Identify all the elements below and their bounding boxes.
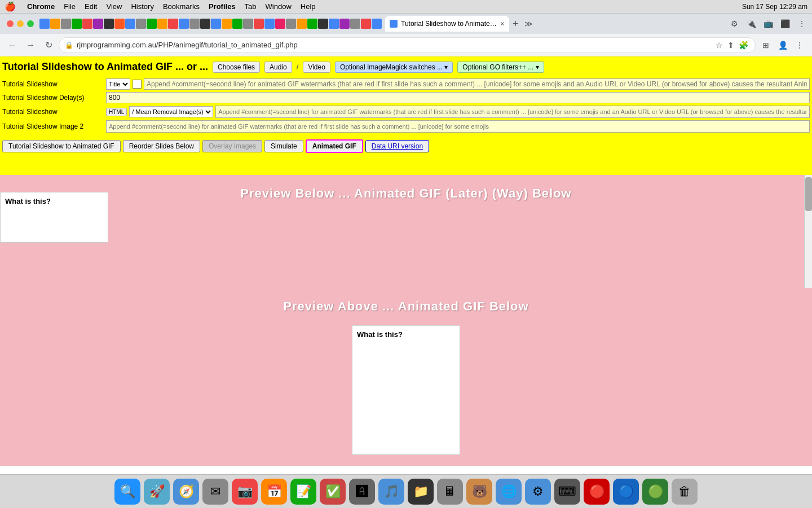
tab-title: Tutorial Slideshow to Animated GIF ... — [401, 20, 497, 28]
tab-favicon-19[interactable] — [232, 19, 242, 29]
back-button[interactable]: ← — [5, 37, 20, 53]
delay-row: Tutorial Slideshow Delay(s) — [2, 92, 810, 103]
tab-favicon-2[interactable] — [50, 19, 60, 29]
menu-profiles[interactable]: Profiles — [209, 2, 236, 11]
page-title: Tutorial Slideshow to Animated GIF ... o… — [2, 61, 208, 73]
chrome-menu-icon[interactable]: ⋮ — [792, 37, 807, 53]
chrome-apps-icon[interactable]: ⬛ — [777, 16, 793, 32]
animated-gif-box: What is this? — [352, 325, 460, 455]
video-button[interactable]: Video — [303, 62, 330, 73]
go-filters-dropdown[interactable]: Optional GO filters++ ... ▾ — [457, 62, 544, 73]
tab-favicon-11[interactable] — [147, 19, 157, 29]
slideshow-to-gif-button[interactable]: Tutorial Slideshow to Animated GIF — [2, 140, 121, 152]
menu-file[interactable]: File — [64, 2, 76, 11]
delay-input[interactable] — [106, 92, 810, 103]
split-view-icon[interactable]: ⊞ — [758, 37, 774, 53]
tab-favicon-14[interactable] — [179, 19, 189, 29]
tab-favicon-27[interactable] — [318, 19, 328, 29]
tab-favicon-4[interactable] — [72, 19, 82, 29]
animated-gif-text: What is this? — [357, 330, 403, 339]
tab-favicon-18[interactable] — [222, 19, 232, 29]
apple-menu[interactable]: 🍎 — [5, 1, 16, 12]
imagemagick-dropdown[interactable]: Optional ImageMagick switches ... ▾ — [335, 62, 453, 73]
new-tab-button[interactable]: + — [510, 18, 521, 30]
tab-favicon-20[interactable] — [243, 19, 253, 29]
slideshow-input[interactable] — [144, 78, 810, 90]
reorder-slides-button[interactable]: Reorder Slides Below — [123, 140, 200, 152]
tab-favicon-32[interactable] — [372, 19, 382, 29]
slideshow-checkbox[interactable] — [133, 80, 142, 89]
profile-icon[interactable]: 👤 — [775, 37, 791, 53]
choose-files-button[interactable]: Choose files — [213, 62, 260, 73]
bookmark-star-icon[interactable]: ☆ — [714, 40, 724, 51]
scrollbar[interactable] — [804, 175, 812, 288]
menu-view[interactable]: View — [106, 2, 122, 11]
slideshow-select[interactable]: Title — [106, 78, 130, 90]
minimize-window-button[interactable] — [17, 20, 24, 27]
menu-history[interactable]: History — [131, 2, 153, 11]
preview-box-topleft: What is this? — [0, 192, 108, 243]
tab-favicon-active — [390, 20, 398, 28]
simulate-button[interactable]: Simulate — [264, 140, 303, 152]
menu-window[interactable]: Window — [266, 2, 292, 11]
tab-favicon-17[interactable] — [211, 19, 221, 29]
preview-below-section: Preview Above ... Animated GIF Below Wha… — [0, 288, 812, 466]
tab-favicon-31[interactable] — [361, 19, 371, 29]
tab-overflow-button[interactable]: ≫ — [522, 19, 535, 28]
tab-favicon-25[interactable] — [297, 19, 307, 29]
extensions-puzzle-icon[interactable]: 🧩 — [738, 40, 749, 51]
tab-favicon-21[interactable] — [254, 19, 264, 29]
mean-removal-select[interactable]: / Mean Removal Image(s) — [129, 106, 213, 117]
scrollbar-thumb[interactable] — [805, 177, 812, 211]
tab-favicon-3[interactable] — [61, 19, 71, 29]
maximize-window-button[interactable] — [27, 20, 34, 27]
chrome-extensions-icon[interactable]: 🔌 — [743, 16, 759, 32]
reload-button[interactable]: ↻ — [41, 37, 56, 53]
traffic-lights — [7, 20, 34, 27]
menu-help[interactable]: Help — [301, 2, 316, 11]
tab-favicon-29[interactable] — [339, 19, 350, 29]
tab-favicon-9[interactable] — [125, 19, 135, 29]
share-icon[interactable]: ⬆ — [726, 40, 735, 51]
close-window-button[interactable] — [7, 20, 14, 27]
html-button[interactable]: HTML — [106, 108, 127, 116]
tab-favicon-23[interactable] — [275, 19, 285, 29]
tab-favicon-15[interactable] — [189, 19, 200, 29]
tab-favicon-12[interactable] — [157, 19, 167, 29]
forward-button[interactable]: → — [23, 37, 38, 53]
audio-button[interactable]: Audio — [264, 62, 292, 73]
tab-favicon-7[interactable] — [104, 19, 114, 29]
tab-favicon-28[interactable] — [329, 19, 339, 29]
omnibox[interactable]: 🔒 rjmprogramming.com.au/PHP/animegif/tut… — [59, 37, 756, 53]
omnibox-actions: ☆ ⬆ 🧩 — [714, 40, 749, 51]
tab-favicon-22[interactable] — [264, 19, 275, 29]
tab-favicon-6[interactable] — [93, 19, 103, 29]
tab-close-button[interactable]: × — [500, 19, 505, 28]
animated-gif-button[interactable]: Animated GIF — [306, 139, 363, 153]
tab-favicon-13[interactable] — [168, 19, 178, 29]
chrome-cast-icon[interactable]: 📺 — [760, 16, 776, 32]
app-name[interactable]: Chrome — [27, 2, 55, 11]
image2-row: Tutorial Slideshow Image 2 — [2, 120, 810, 133]
html-input[interactable] — [215, 106, 810, 118]
tab-favicon-5[interactable] — [82, 19, 92, 29]
tab-favicon-16[interactable] — [200, 19, 210, 29]
tab-favicon-24[interactable] — [286, 19, 296, 29]
menu-bookmarks[interactable]: Bookmarks — [163, 2, 200, 11]
menu-edit[interactable]: Edit — [85, 2, 97, 11]
image2-input[interactable] — [106, 120, 810, 133]
tab-favicon-26[interactable] — [307, 19, 317, 29]
tab-favicon-8[interactable] — [114, 19, 125, 29]
menu-tab[interactable]: Tab — [245, 2, 257, 11]
tab-favicon-1[interactable] — [39, 19, 50, 29]
image2-label: Tutorial Slideshow Image 2 — [2, 122, 104, 130]
tab-favicon-30[interactable] — [350, 19, 360, 29]
chrome-menu-button[interactable]: ⋮ — [794, 16, 810, 32]
html-label: Tutorial Slideshow — [2, 108, 104, 116]
settings-icon[interactable]: ⚙ — [726, 16, 742, 32]
animated-gif-container: What is this? — [0, 325, 812, 455]
tab-favicon-10[interactable] — [136, 19, 146, 29]
active-tab[interactable]: Tutorial Slideshow to Animated GIF ... × — [385, 16, 509, 32]
overlay-images-button[interactable]: Overlay Images — [202, 140, 262, 152]
data-uri-button[interactable]: Data URI version — [365, 140, 429, 152]
